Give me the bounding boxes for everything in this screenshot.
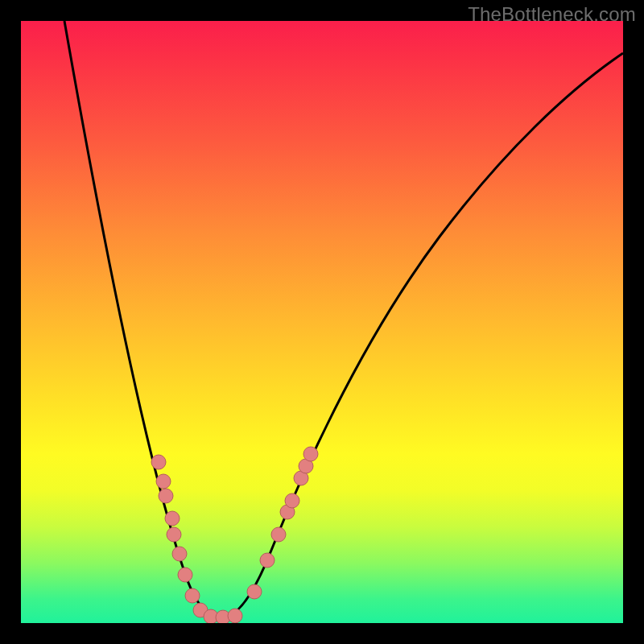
main-curve	[64, 21, 623, 618]
data-marker	[165, 511, 180, 526]
chart-frame: TheBottleneck.com	[0, 0, 644, 644]
chart-svg	[21, 21, 623, 623]
data-marker	[178, 568, 192, 582]
data-marker	[156, 474, 171, 489]
data-marker	[167, 527, 181, 542]
data-marker	[247, 584, 262, 599]
data-marker	[185, 588, 200, 603]
data-marker	[159, 489, 173, 503]
data-marker	[285, 493, 299, 508]
plot-area	[21, 21, 623, 623]
data-marker	[303, 447, 318, 461]
data-marker	[228, 609, 242, 623]
data-marker	[260, 553, 275, 568]
markers-group	[151, 447, 318, 623]
data-marker	[172, 547, 187, 561]
data-marker	[151, 455, 166, 469]
watermark-text: TheBottleneck.com	[468, 3, 636, 26]
data-marker	[271, 527, 286, 542]
